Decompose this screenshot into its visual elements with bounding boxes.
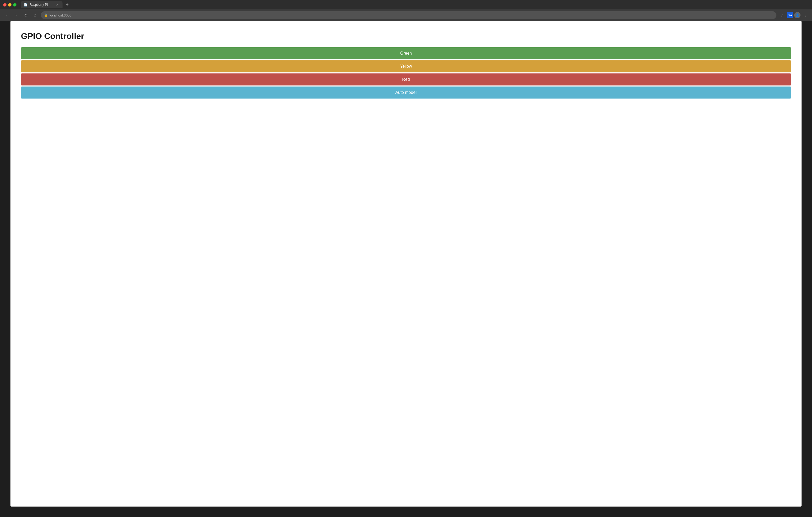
- back-icon: ‹: [6, 13, 7, 18]
- bookmark-button[interactable]: ☆: [779, 11, 786, 19]
- nav-bar: ‹ › ↻ ⌂ 🔒 ☆ BW 👤 ⋮: [0, 9, 812, 21]
- page-title: GPIO Controller: [21, 31, 791, 41]
- gpio-buttons-container: Green Yellow Red Auto mode!: [21, 47, 791, 98]
- back-button[interactable]: ‹: [3, 11, 10, 19]
- reload-button[interactable]: ↻: [22, 11, 29, 19]
- menu-icon: ⋮: [803, 13, 807, 17]
- title-bar: 📄 Raspberry Pi × +: [0, 0, 812, 9]
- address-input[interactable]: [50, 13, 773, 17]
- forward-icon: ›: [16, 13, 17, 18]
- yellow-button[interactable]: Yellow: [21, 60, 791, 72]
- web-page: GPIO Controller Green Yellow Red: [10, 21, 802, 507]
- tab-close-button[interactable]: ×: [55, 3, 59, 7]
- lock-icon: 🔒: [44, 13, 48, 17]
- new-tab-button[interactable]: +: [64, 1, 71, 8]
- nav-actions: ☆ BW 👤 ⋮: [779, 11, 809, 19]
- home-button[interactable]: ⌂: [31, 11, 39, 19]
- tab-title: Raspberry Pi: [30, 3, 53, 6]
- green-button[interactable]: Green: [21, 47, 791, 59]
- red-button[interactable]: Red: [21, 73, 791, 86]
- close-button[interactable]: [3, 3, 6, 6]
- page-content: GPIO Controller Green Yellow Red: [10, 21, 802, 109]
- minimize-button[interactable]: [8, 3, 11, 6]
- tab-page-icon: 📄: [24, 3, 27, 6]
- browser-window: 📄 Raspberry Pi × + ‹ › ↻ ⌂ 🔒 ☆: [0, 0, 812, 517]
- auto-mode-button[interactable]: Auto mode!: [21, 87, 791, 98]
- content-area: GPIO Controller Green Yellow Red: [0, 21, 812, 517]
- menu-button[interactable]: ⋮: [802, 11, 809, 19]
- address-bar-container[interactable]: 🔒: [41, 11, 776, 19]
- maximize-button[interactable]: [13, 3, 17, 6]
- browser-tab[interactable]: 📄 Raspberry Pi ×: [21, 1, 62, 8]
- star-icon: ☆: [781, 13, 784, 17]
- avatar-icon: 👤: [795, 13, 800, 17]
- reload-icon: ↻: [24, 13, 27, 18]
- avatar-button[interactable]: 👤: [794, 12, 801, 18]
- home-icon: ⌂: [34, 13, 36, 18]
- traffic-lights: [3, 3, 17, 6]
- bitwarden-button[interactable]: BW: [787, 12, 793, 18]
- forward-button[interactable]: ›: [12, 11, 20, 19]
- bitwarden-label: BW: [788, 13, 792, 17]
- tab-bar: 📄 Raspberry Pi × +: [21, 1, 809, 8]
